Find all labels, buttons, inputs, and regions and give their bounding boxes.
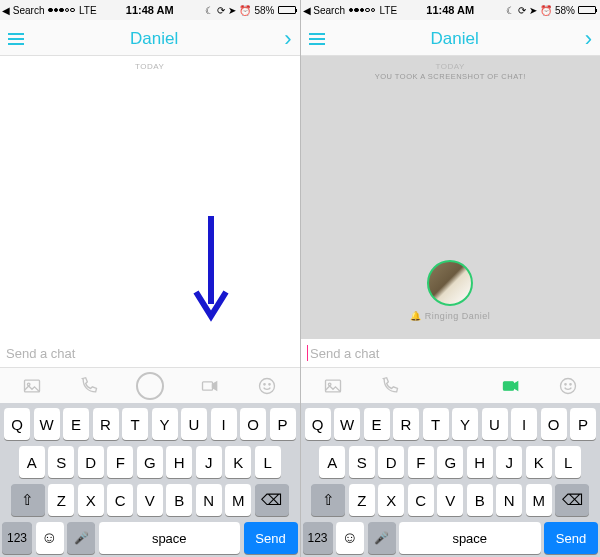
forward-chevron-icon[interactable]: ›	[585, 26, 592, 52]
chat-body[interactable]: TODAY YOU TOOK A SCREENSHOT OF CHAT! 🔔 R…	[301, 56, 601, 339]
key-x[interactable]: X	[78, 484, 104, 516]
video-call-icon[interactable]	[501, 376, 521, 396]
key-m[interactable]: M	[225, 484, 251, 516]
key-b[interactable]: B	[467, 484, 493, 516]
key-c[interactable]: C	[408, 484, 434, 516]
battery-pct: 58%	[254, 5, 274, 16]
key-t[interactable]: T	[122, 408, 148, 440]
space-key[interactable]: space	[399, 522, 541, 554]
chat-title[interactable]: Daniel	[130, 29, 178, 49]
contact-avatar[interactable]	[427, 260, 473, 306]
key-b[interactable]: B	[166, 484, 192, 516]
orientation-lock-icon: ⟳	[217, 5, 225, 16]
key-i[interactable]: I	[211, 408, 237, 440]
svg-point-3	[260, 378, 275, 393]
key-v[interactable]: V	[137, 484, 163, 516]
key-z[interactable]: Z	[349, 484, 375, 516]
key-l[interactable]: L	[255, 446, 281, 478]
key-j[interactable]: J	[196, 446, 222, 478]
mic-key[interactable]: 🎤	[67, 522, 95, 554]
voice-call-icon[interactable]	[380, 376, 400, 396]
key-k[interactable]: K	[526, 446, 552, 478]
svg-rect-2	[203, 381, 213, 389]
key-k[interactable]: K	[225, 446, 251, 478]
menu-button[interactable]	[8, 33, 24, 45]
key-j[interactable]: J	[496, 446, 522, 478]
keyboard-row-1: QWERTYUIOP	[2, 408, 298, 440]
action-bar	[301, 367, 601, 403]
alarm-icon: ⏰	[540, 5, 552, 16]
key-x[interactable]: X	[378, 484, 404, 516]
key-d[interactable]: D	[78, 446, 104, 478]
key-f[interactable]: F	[107, 446, 133, 478]
send-key[interactable]: Send	[244, 522, 298, 554]
key-w[interactable]: W	[334, 408, 360, 440]
key-l[interactable]: L	[555, 446, 581, 478]
key-s[interactable]: S	[349, 446, 375, 478]
chat-header: Daniel ›	[0, 20, 300, 56]
key-r[interactable]: R	[93, 408, 119, 440]
clock: 11:48 AM	[126, 4, 174, 16]
key-r[interactable]: R	[393, 408, 419, 440]
mic-key[interactable]: 🎤	[368, 522, 396, 554]
signal-dots-icon	[349, 8, 376, 13]
shutter-button[interactable]	[136, 372, 164, 400]
gallery-icon[interactable]	[22, 376, 42, 396]
key-o[interactable]: O	[541, 408, 567, 440]
key-a[interactable]: A	[19, 446, 45, 478]
key-v[interactable]: V	[437, 484, 463, 516]
key-p[interactable]: P	[270, 408, 296, 440]
emoji-key[interactable]: ☺	[36, 522, 64, 554]
chat-body[interactable]: TODAY	[0, 56, 300, 339]
backspace-key[interactable]: ⌫	[255, 484, 289, 516]
backspace-key[interactable]: ⌫	[555, 484, 589, 516]
key-i[interactable]: I	[511, 408, 537, 440]
key-n[interactable]: N	[196, 484, 222, 516]
key-e[interactable]: E	[63, 408, 89, 440]
key-e[interactable]: E	[364, 408, 390, 440]
numbers-key[interactable]: 123	[2, 522, 32, 554]
svg-rect-8	[503, 381, 513, 389]
key-z[interactable]: Z	[48, 484, 74, 516]
chat-title[interactable]: Daniel	[430, 29, 478, 49]
back-to-search[interactable]: ◀ Search	[303, 5, 345, 16]
key-g[interactable]: G	[137, 446, 163, 478]
key-w[interactable]: W	[34, 408, 60, 440]
key-u[interactable]: U	[482, 408, 508, 440]
key-h[interactable]: H	[166, 446, 192, 478]
sticker-smiley-icon[interactable]	[558, 376, 578, 396]
send-key[interactable]: Send	[544, 522, 598, 554]
numbers-key[interactable]: 123	[303, 522, 333, 554]
back-to-search[interactable]: ◀ Search	[2, 5, 44, 16]
key-c[interactable]: C	[107, 484, 133, 516]
shift-key[interactable]: ⇧	[11, 484, 45, 516]
key-u[interactable]: U	[181, 408, 207, 440]
key-o[interactable]: O	[240, 408, 266, 440]
message-input[interactable]: Send a chat	[0, 339, 300, 367]
key-q[interactable]: Q	[305, 408, 331, 440]
video-call-icon[interactable]	[200, 376, 220, 396]
key-y[interactable]: Y	[152, 408, 178, 440]
key-p[interactable]: P	[570, 408, 596, 440]
key-m[interactable]: M	[526, 484, 552, 516]
voice-call-icon[interactable]	[79, 376, 99, 396]
key-g[interactable]: G	[437, 446, 463, 478]
emoji-key[interactable]: ☺	[336, 522, 364, 554]
forward-chevron-icon[interactable]: ›	[284, 26, 291, 52]
sticker-smiley-icon[interactable]	[257, 376, 277, 396]
key-d[interactable]: D	[378, 446, 404, 478]
space-key[interactable]: space	[99, 522, 241, 554]
menu-button[interactable]	[309, 33, 325, 45]
key-a[interactable]: A	[319, 446, 345, 478]
message-input[interactable]: Send a chat	[301, 339, 601, 367]
gallery-icon[interactable]	[323, 376, 343, 396]
screenshot-notice: YOU TOOK A SCREENSHOT OF CHAT!	[301, 72, 601, 81]
shift-key[interactable]: ⇧	[311, 484, 345, 516]
key-s[interactable]: S	[48, 446, 74, 478]
key-t[interactable]: T	[423, 408, 449, 440]
key-f[interactable]: F	[408, 446, 434, 478]
key-y[interactable]: Y	[452, 408, 478, 440]
key-n[interactable]: N	[496, 484, 522, 516]
key-q[interactable]: Q	[4, 408, 30, 440]
key-h[interactable]: H	[467, 446, 493, 478]
